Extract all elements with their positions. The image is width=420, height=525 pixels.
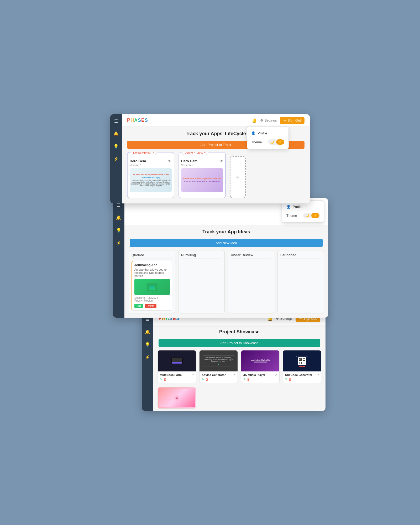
light-mode-button-2[interactable]: ☀️ [311,213,319,218]
gear-icon-1: ⚙ [260,118,263,122]
project-card-2: Delete Project ✕ Hero Gem 👁 Version 2 [178,152,226,198]
settings-link-1[interactable]: ⚙ Settings [260,118,277,122]
col-title-pursuing: Pursuing [181,253,222,259]
col-title-review: Under Review [231,253,271,259]
svg-rect-11 [300,363,301,363]
showcase-thumb-unicode: qr code generator [283,350,321,371]
showcase-card-multistep: Multi Step Form ↗ ✎ 🗑 [158,350,196,383]
kanban-col-review: Under Review [228,250,274,313]
sidebar-bulb-icon-3[interactable]: 💡 [144,341,151,348]
sidebar-lightning-icon-2[interactable]: ⚡ [115,239,122,246]
delete-label-1: Delete Project [133,152,151,154]
showcase-info-advice: Advice Generator ↗ ✎ 🗑 [200,371,238,383]
theme-toggle-1[interactable]: 🌙 ☀️ [268,139,284,145]
sidebar-3: ☰ 🔔 💡 ⚡ [142,312,153,411]
card-name-1: Hero Gem [130,159,146,163]
add-project-showcase-button[interactable]: Add Project to Showcase [159,339,320,347]
external-link-icon-2[interactable]: ↗ [233,373,235,376]
eye-icon-2[interactable]: 👁 [219,159,223,163]
idea-title: Journaling App [134,263,170,267]
theme-row-2: Theme 🌙 ☀️ [282,211,324,220]
sidebar-bulb-icon-2[interactable]: 💡 [115,227,122,234]
light-mode-button[interactable]: ☀️ [276,139,284,145]
theme-row-1: Theme 🌙 ☀️ [247,137,288,147]
kanban-col-pursuing: Pursuing [178,250,225,313]
showcase-actions-3: ✎ 🗑 [243,377,277,381]
showcase-info-multistep: Multi Step Form ↗ ✎ 🗑 [158,371,196,383]
delete-label-2: Delete Project [185,152,203,154]
delete-icon-4[interactable]: 🗑 [289,377,292,381]
dark-mode-button-2[interactable]: 🌙 [303,213,311,218]
edit-idea-button[interactable]: Edit [134,304,143,308]
sidebar-bell-icon-3[interactable]: 🔔 [144,328,151,335]
close-icon-2: ✕ [204,152,206,154]
close-icon-1: ✕ [152,152,155,154]
showcase-thumb-music: Lost in the City Lights [241,350,279,371]
window-lifecycle: ☰ 🔔 💡 ⚡ PHASES 🔔 ⚙ Settings [110,114,310,203]
idea-deadline: Deadline: 7/20/2024 [134,296,170,299]
showcase-card-advice: "Never write a letter to someone, someth… [199,350,238,383]
svg-rect-5 [300,359,301,360]
user-circle-icon: 👤 [251,131,255,135]
sign-out-icon-1: ↩ [284,118,286,122]
sidebar-2: ☰ 🔔 💡 ⚡ [113,198,124,318]
delete-idea-button[interactable]: Delete [145,304,156,308]
add-idea-button[interactable]: Add New Idea [130,239,323,247]
showcase-actions-4: ✎ 🗑 [285,377,319,381]
page-title-2: Track your App Ideas [124,225,328,239]
edit-icon-2[interactable]: ✎ [202,377,204,381]
sign-out-button-1[interactable]: ↩ Sign Out [280,117,304,124]
eye-icon-1[interactable]: 👁 [168,159,172,163]
dropdown-menu-2: 👤 Profile Theme 🌙 ☀️ [282,200,324,223]
page-title-3: Project Showcase [153,325,326,339]
card-name-2: Hero Gem [181,159,197,163]
edit-icon-3[interactable]: ✎ [243,377,246,381]
user-circle-icon-2: 👤 [286,205,291,209]
sidebar-bell-icon[interactable]: 🔔 [112,130,120,137]
showcase-actions-1: ✎ 🗑 [160,377,194,381]
dark-mode-button[interactable]: 🌙 [268,139,276,145]
theme-toggle-2[interactable]: 🌙 ☀️ [303,213,319,218]
edit-icon-4[interactable]: ✎ [285,377,288,381]
delete-project-button-1[interactable]: Delete Project ✕ [131,152,157,155]
svg-rect-8 [304,359,304,360]
sidebar-lightning-icon[interactable]: ⚡ [112,155,120,162]
edit-icon-1[interactable]: ✎ [160,377,162,381]
showcase-info-music: JS Music Player ↗ ✎ 🗑 [241,371,279,383]
sidebar-bulb-icon[interactable]: 💡 [112,143,120,150]
showcase-card-unicode: qr code generator [283,350,321,383]
svg-point-2 [150,286,154,289]
logo-1: PHASES [127,118,148,123]
external-link-icon-1[interactable]: ↗ [191,373,194,376]
profile-item-2[interactable]: 👤 Profile [282,203,324,211]
add-card-button[interactable]: + [230,156,246,198]
delete-icon-1[interactable]: 🗑 [164,377,167,381]
external-link-icon-4[interactable]: ↗ [317,373,319,376]
showcase-name-unicode: Uni Code Generator ↗ [285,373,319,376]
showcase-thumb-flowers: 🌸 [158,387,196,408]
sidebar-menu-icon[interactable]: ☰ [112,117,120,125]
showcase-name-advice: Advice Generator ↗ [202,373,235,376]
card-preview-2: Boost Your business persona with our ipl… [181,168,223,192]
delete-icon-3[interactable]: 🗑 [247,377,250,381]
card-version-1: Version 1 [130,164,172,167]
kanban-board: Queued Journaling App An app that allows… [124,250,328,318]
showcase-info-unicode: Uni Code Generator ↗ ✎ 🗑 [283,371,321,383]
idea-priority: Priority: Medium [134,299,170,302]
showcase-card-flowers: 🌸 [158,387,196,409]
idea-desc: An app that allows you to record and typ… [134,268,170,277]
bell-icon-1[interactable]: 🔔 [252,118,257,123]
external-link-icon-3[interactable]: ↗ [275,373,277,376]
sidebar-bell-icon-2[interactable]: 🔔 [115,214,122,221]
project-card-1: Delete Project ✕ Hero Gem 👁 Version 1 [127,152,174,198]
idea-image [134,279,170,295]
profile-item-1[interactable]: 👤 Profile [247,129,288,137]
showcase-grid: Multi Step Form ↗ ✎ 🗑 [153,350,326,387]
delete-project-button-2[interactable]: Delete Project ✕ [182,152,208,155]
col-title-launched: Launched [280,253,321,259]
showcase-thumb-advice: "Never write a letter to someone, someth… [200,350,238,371]
sidebar-lightning-icon-3[interactable]: ⚡ [144,353,151,361]
showcase-card-music: Lost in the City Lights JS Music Player … [241,350,280,383]
topbar-right-1: 🔔 ⚙ Settings ↩ Sign Out [252,117,304,124]
delete-icon-2[interactable]: 🗑 [205,377,208,381]
